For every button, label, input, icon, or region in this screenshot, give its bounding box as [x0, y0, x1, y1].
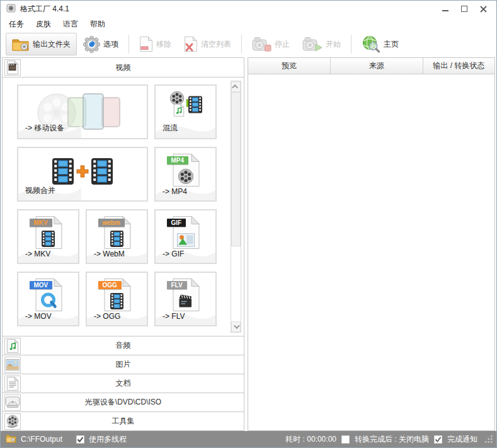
- format-badge: FLV: [167, 281, 187, 289]
- menu-skin[interactable]: 皮肤: [36, 19, 51, 30]
- minimize-icon: [442, 10, 448, 11]
- menu-bar: 任务 皮肤 语言 帮助: [1, 17, 496, 31]
- card-to-mkv[interactable]: MKV -> MKV: [17, 209, 79, 264]
- toolkit-category-label: 工具集: [3, 416, 244, 427]
- format-badge: MP4: [167, 156, 189, 164]
- format-panel: 视频 -> 移动设备: [2, 57, 244, 431]
- column-preview[interactable]: 预览: [248, 58, 331, 74]
- close-button[interactable]: [474, 2, 493, 16]
- category-video-header[interactable]: 视频: [3, 58, 244, 77]
- output-folder-button[interactable]: 输出文件夹: [6, 33, 77, 55]
- column-source-label: 来源: [369, 60, 384, 71]
- resize-grip[interactable]: [485, 435, 493, 443]
- multithread-checkbox[interactable]: [76, 435, 84, 444]
- category-toolkit[interactable]: 工具集: [3, 411, 244, 430]
- card-label: 视频合并: [25, 185, 55, 196]
- output-folder-icon: [6, 434, 16, 445]
- scroll-down-button[interactable]: [231, 321, 241, 332]
- stop-button[interactable]: 停止: [246, 33, 296, 55]
- video-category-label: 视频: [3, 62, 244, 73]
- chevron-down-icon: [234, 323, 240, 329]
- ogg-file-icon: OGG: [103, 278, 132, 312]
- column-preview-label: 预览: [282, 60, 297, 71]
- format-badge: MKV: [30, 219, 52, 227]
- card-video-join[interactable]: 视频合并: [17, 147, 148, 202]
- stop-icon: [252, 36, 271, 52]
- start-icon: [302, 36, 323, 52]
- format-badge: MOV: [30, 281, 53, 289]
- card-label: -> MP4: [163, 187, 187, 196]
- audio-category-label: 音频: [3, 340, 244, 351]
- close-icon: [480, 6, 487, 13]
- menu-task[interactable]: 任务: [9, 19, 24, 30]
- format-badge: GIF: [167, 219, 186, 227]
- card-label: -> 移动设备: [25, 123, 64, 134]
- remove-icon: [139, 36, 153, 52]
- toolbar: 输出文件夹 选项: [1, 31, 496, 57]
- card-to-webm[interactable]: webm -> WebM: [86, 209, 148, 264]
- clear-list-icon: [184, 36, 198, 52]
- card-to-gif[interactable]: GIF -> GIF: [154, 209, 217, 264]
- format-badge: OGG: [98, 281, 122, 289]
- card-to-flv[interactable]: FLV -> FLV: [154, 272, 217, 326]
- mkv-file-icon: MKV: [34, 215, 63, 250]
- notify-label: 完成通知: [447, 434, 477, 445]
- category-audio[interactable]: 音频: [3, 336, 244, 355]
- gear-icon: [83, 36, 100, 53]
- video-join-icon: [52, 158, 113, 185]
- output-path[interactable]: C:\FFOutput: [21, 435, 62, 444]
- column-output-status-label: 输出 / 转换状态: [433, 60, 484, 71]
- menu-language[interactable]: 语言: [63, 19, 78, 30]
- start-button[interactable]: 开始: [296, 33, 347, 55]
- options-button[interactable]: 选项: [77, 33, 125, 55]
- queue-header: 预览 来源 输出 / 转换状态: [248, 58, 494, 74]
- scroll-up-button[interactable]: [231, 81, 241, 92]
- video-format-grid: -> 移动设备 混流: [3, 77, 244, 336]
- folder-icon: [12, 37, 30, 52]
- phone-watermark-icon: [101, 97, 120, 127]
- mux-icon: [169, 91, 202, 118]
- output-folder-label: 输出文件夹: [33, 39, 71, 50]
- plus-icon: [76, 165, 89, 178]
- notify-checkbox[interactable]: [434, 435, 442, 444]
- remove-label: 移除: [156, 39, 171, 50]
- minimize-button[interactable]: [436, 2, 455, 16]
- scrollbar-thumb[interactable]: [231, 92, 241, 246]
- home-label: 主页: [384, 39, 399, 50]
- format-grid-scrollbar[interactable]: [231, 81, 241, 333]
- multithread-label: 使用多线程: [89, 434, 127, 445]
- column-source[interactable]: 来源: [331, 58, 423, 74]
- chevron-up-icon: [232, 84, 238, 91]
- webm-file-icon: webm: [103, 215, 132, 250]
- main-area: 视频 -> 移动设备: [1, 57, 496, 431]
- window-title: 格式工厂 4.4.1: [20, 4, 69, 14]
- check-icon: [435, 436, 442, 443]
- maximize-button[interactable]: [455, 2, 474, 16]
- card-label: -> WebM: [94, 250, 125, 258]
- shutdown-checkbox[interactable]: [341, 435, 350, 444]
- card-mux[interactable]: 混流: [154, 84, 217, 139]
- category-document[interactable]: 文档: [3, 374, 244, 393]
- queue-list[interactable]: [248, 74, 494, 430]
- card-label: -> GIF: [163, 250, 184, 258]
- menu-help[interactable]: 帮助: [90, 19, 105, 30]
- toolbar-separator: [351, 35, 351, 54]
- card-mobile-device[interactable]: -> 移动设备: [17, 84, 148, 139]
- picture-category-label: 图片: [3, 359, 244, 370]
- stop-label: 停止: [275, 39, 290, 50]
- card-to-mp4[interactable]: MP4 -> MP4: [154, 147, 217, 202]
- card-to-mov[interactable]: MOV -> MOV: [17, 272, 79, 326]
- card-label: -> MKV: [25, 250, 50, 258]
- clear-list-button[interactable]: 清空列表: [178, 33, 237, 55]
- toolbar-separator: [129, 35, 129, 54]
- home-button[interactable]: 主页: [355, 33, 405, 55]
- category-disc[interactable]: 光驱设备\DVD\CD\ISO: [3, 393, 244, 411]
- status-bar: C:\FFOutput 使用多线程 耗时 : 00:00:00 转换完成后 : …: [1, 431, 496, 447]
- category-picture[interactable]: 图片: [3, 355, 244, 374]
- column-output-status[interactable]: 输出 / 转换状态: [423, 58, 494, 74]
- card-to-ogg[interactable]: OGG -> OGG: [86, 272, 148, 326]
- remove-button[interactable]: 移除: [133, 33, 178, 55]
- maximize-icon: [461, 6, 467, 12]
- elapsed-time: 耗时 : 00:00:00: [285, 434, 336, 445]
- clear-list-label: 清空列表: [201, 39, 231, 50]
